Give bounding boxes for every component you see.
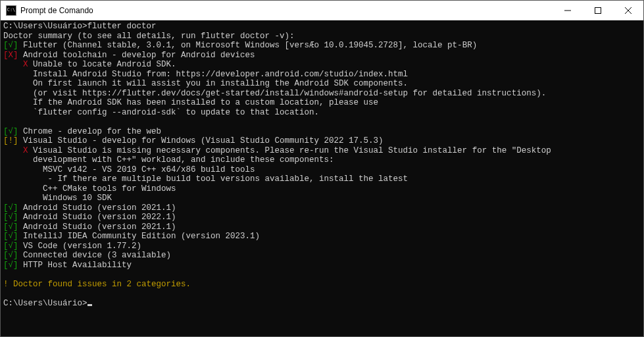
- prompt-path: C:\Users\Usuário>: [3, 22, 87, 31]
- status-ok: [√]: [3, 41, 18, 50]
- output-line: Android Studio (version 2021.1): [18, 203, 176, 213]
- output-line: Windows 10 SDK: [3, 194, 112, 203]
- output-line: Flutter (Channel stable, 3.0.1, on Micro…: [18, 41, 478, 50]
- cursor: [87, 304, 92, 306]
- prompt-path: C:\Users\Usuário>: [3, 299, 87, 308]
- window-controls: [553, 1, 643, 20]
- maximize-icon: [595, 7, 601, 14]
- output-line: Unable to locate Android SDK.: [28, 60, 176, 69]
- svg-rect-1: [595, 7, 601, 13]
- output-line: If the Android SDK has been installed to…: [3, 98, 378, 107]
- output-line: Android Studio (version 2022.1): [18, 213, 176, 222]
- output-line: C++ CMake tools for Windows: [3, 184, 176, 194]
- maximize-button[interactable]: [583, 1, 613, 20]
- status-ok: [√]: [3, 213, 18, 222]
- status-fail: [X]: [3, 51, 18, 60]
- output-line: MSVC v142 - VS 2019 C++ x64/x86 build to…: [3, 165, 255, 174]
- issues-summary: ! Doctor found issues in 2 categories.: [3, 280, 191, 289]
- status-ok: [√]: [3, 127, 18, 136]
- output-line: development with C++" workload, and incl…: [3, 155, 334, 165]
- minimize-icon: [564, 7, 571, 14]
- output-line: Visual Studio - develop for Windows (Vis…: [18, 136, 384, 145]
- status-ok: [√]: [3, 222, 18, 232]
- status-ok: [√]: [3, 261, 18, 270]
- output-line: On first launch it will assist you in in…: [3, 79, 408, 88]
- terminal-output[interactable]: C:\Users\Usuário>flutter doctor Doctor s…: [1, 20, 643, 336]
- window-title: Prompt de Comando: [20, 6, 553, 15]
- output-line: Doctor summary (to see all details, run …: [3, 32, 295, 41]
- output-line: Chrome - develop for the web: [18, 127, 162, 136]
- output-line: Android Studio (version 2021.1): [18, 222, 176, 232]
- close-button[interactable]: [613, 1, 643, 20]
- output-line: Install Android Studio from: https://dev…: [3, 70, 408, 79]
- status-fail-sub: X: [3, 146, 28, 155]
- command-text: flutter doctor: [87, 22, 157, 31]
- cmd-icon: [6, 5, 16, 16]
- close-icon: [625, 7, 632, 14]
- status-ok: [√]: [3, 232, 18, 241]
- status-fail-sub: X: [3, 60, 28, 69]
- output-line: - If there are multiple build tool versi…: [3, 174, 408, 184]
- status-ok: [√]: [3, 203, 18, 213]
- output-line: Connected device (3 available): [18, 251, 172, 260]
- titlebar[interactable]: Prompt de Comando: [1, 1, 643, 20]
- output-line: VS Code (version 1.77.2): [18, 242, 142, 251]
- output-line: Android toolchain - develop for Android …: [18, 51, 255, 60]
- command-prompt-window: Prompt de Comando C:\Users\Usuário>flutt…: [0, 0, 644, 337]
- output-line: IntelliJ IDEA Community Edition (version…: [18, 232, 260, 241]
- status-warn: [!]: [3, 136, 18, 145]
- status-ok: [√]: [3, 242, 18, 251]
- output-line: (or visit https://flutter.dev/docs/get-s…: [3, 89, 546, 98]
- output-line: `flutter config --android-sdk` to update…: [3, 108, 319, 117]
- status-ok: [√]: [3, 251, 18, 260]
- minimize-button[interactable]: [553, 1, 583, 20]
- output-line: HTTP Host Availability: [18, 261, 132, 270]
- output-line: Visual Studio is missing necessary compo…: [28, 146, 551, 155]
